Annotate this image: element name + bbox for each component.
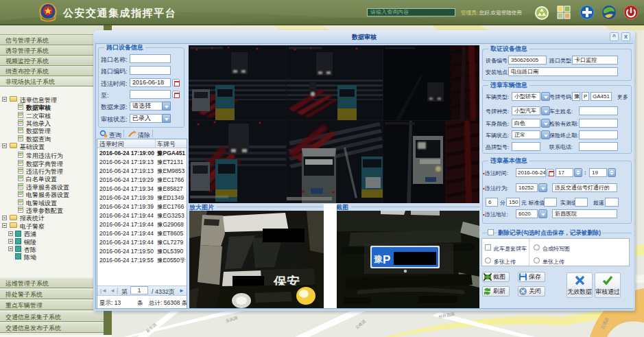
- svg-text:P: P: [383, 253, 390, 266]
- svg-text:豫: 豫: [374, 254, 383, 264]
